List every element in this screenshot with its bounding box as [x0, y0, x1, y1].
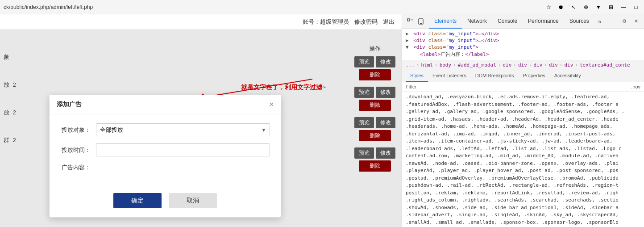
tab-performance[interactable]: Performance — [523, 14, 564, 29]
cursor-icon[interactable]: ↖ — [569, 3, 578, 12]
preview-button-4[interactable]: 预览 — [354, 147, 374, 159]
modal-footer: 确定 取消 — [50, 188, 281, 217]
logout-link[interactable]: 退出 — [383, 18, 395, 26]
modal-header: 添加广告 × — [50, 95, 281, 114]
css-rule-line: .playerAd, .player_ad, .player_hover_ad,… — [406, 167, 640, 175]
css-rule-line: .item-ads, .item-container-ad, .js-stick… — [406, 138, 640, 145]
devtools-subtabs: Styles Event Listeners DOM Breakpoints P… — [402, 70, 644, 82]
delete-button-2[interactable]: 删除 — [359, 100, 391, 111]
modal-body: 投放对象 全部投放 PC端 移动端 ▼ 投放时间 — [50, 114, 281, 188]
css-rule-line: .newsAd, .node-ad, .oasad, .oio-banner-z… — [406, 160, 640, 168]
devtools-css-panel: .download_ad, .easyazon-block, .ec-ads-r… — [402, 92, 644, 227]
devtools-right-icons: ⚙ ✕ — [620, 17, 640, 26]
operations-column: 操作 预览 修改 删除 预览 修改 删除 预览 修改 — [348, 41, 402, 180]
devtools-html-panel: ▶ <div class="my_input">…</div> ▶ <div c… — [402, 29, 644, 60]
puzzle-icon[interactable]: ⊞ — [607, 3, 615, 12]
subtab-accessibility[interactable]: Accessibility — [550, 70, 586, 82]
tab-sources[interactable]: Sources — [564, 14, 594, 29]
edit-button-4[interactable]: 修改 — [376, 147, 395, 159]
subtab-event-listeners[interactable]: Event Listeners — [428, 70, 471, 82]
subtab-properties[interactable]: Properties — [519, 70, 550, 82]
css-rule-line: .leaderboard-ads, .leftAd, .leftad, .lis… — [406, 145, 640, 153]
cancel-button[interactable]: 取消 — [169, 193, 217, 208]
subtab-styles[interactable]: Styles — [406, 70, 428, 82]
edit-button-1[interactable]: 修改 — [376, 56, 395, 67]
record-icon[interactable]: ⏺ — [557, 3, 565, 12]
more-tabs-button[interactable]: » — [594, 14, 605, 29]
device-icon[interactable] — [416, 17, 425, 26]
bc-add-ad-modal[interactable]: #add_ad_modal — [458, 62, 496, 68]
css-rule-line: .smallAd, .small_ad, .smallads, .sponsor… — [406, 219, 640, 227]
form-label-content: 广告内容 — [60, 164, 96, 172]
browser-url: ck/public/index.php/admin/left/left.php — [4, 4, 93, 10]
main-area: 账号：超级管理员 修改密码 退出 就是文字在了，利用文字过滤~ 象 放 2 放 … — [0, 14, 644, 227]
css-rule-line: content-ad-row, .marketing-ad, .mid_ad, … — [406, 152, 640, 160]
bc-html[interactable]: html — [421, 62, 433, 68]
css-rule-line: .right_ads_column, .rightadv, .searchAds… — [406, 197, 640, 204]
filter-pseudo[interactable]: :hov — [631, 84, 640, 89]
modal-title: 添加广告 — [57, 101, 82, 109]
bc-textarea[interactable]: textarea#ad_conte — [580, 62, 630, 68]
op-group-4: 预览 修改 删除 — [352, 147, 398, 172]
time-input[interactable] — [96, 143, 270, 156]
bc-ellipsis[interactable]: ... — [406, 62, 415, 68]
close-devtools-icon[interactable]: ✕ — [632, 17, 640, 26]
settings-icon[interactable]: ⚙ — [620, 17, 629, 26]
webpage-topbar: 账号：超级管理员 修改密码 退出 — [0, 14, 402, 30]
devtools-filter-bar: :hov — [402, 82, 644, 92]
modal-close-button[interactable]: × — [270, 101, 274, 109]
target-select[interactable]: 全部投放 PC端 移动端 — [96, 123, 270, 136]
add-ad-modal: 添加广告 × 投放对象 全部投放 PC端 移动端 ▼ — [49, 95, 281, 218]
html-line-4: <label>广告内容：</label> — [406, 50, 640, 58]
op-row: 预览 修改 — [354, 87, 395, 98]
preview-button-2[interactable]: 预览 — [354, 87, 374, 98]
edit-button-3[interactable]: 修改 — [376, 117, 395, 128]
delete-button-4[interactable]: 删除 — [359, 160, 391, 172]
devtools-toolbar: Elements Network Console Performance Sou… — [402, 14, 644, 29]
bc-div2[interactable]: div — [518, 62, 527, 68]
change-pwd-link[interactable]: 修改密码 — [354, 18, 378, 26]
inspect-icon[interactable] — [406, 17, 415, 26]
delete-button-3[interactable]: 删除 — [359, 130, 391, 141]
css-rule-line: .gallery-ad, .gallery-ad, .google-sponso… — [406, 108, 640, 116]
browser-icons: ☆ ⏺ ↖ ⊗ ▼ ⊞ — □ — [544, 3, 640, 12]
chevron-down-icon[interactable]: ▼ — [594, 3, 603, 12]
devtools-panel: Elements Network Console Performance Sou… — [402, 14, 644, 227]
subtab-dom-breakpoints[interactable]: DOM Breakpoints — [471, 70, 519, 82]
bc-div5[interactable]: div — [564, 62, 573, 68]
html-line-2: ▶ <div class="my_input">…</div> — [406, 37, 640, 44]
maximize-icon[interactable]: □ — [632, 3, 640, 12]
css-rule-line: .headerads, .home-ad, .home-ads, .homeAd… — [406, 123, 640, 130]
tab-console[interactable]: Console — [492, 14, 523, 29]
bc-div4[interactable]: div — [549, 62, 558, 68]
minimize-icon[interactable]: — — [619, 3, 628, 12]
html-line-1: ▶ <div class="my_input">…</div> — [406, 30, 640, 37]
css-rule-line: .showAd, .showads, .side-ad, .side-bar-a… — [406, 204, 640, 212]
svg-rect-2 — [407, 19, 410, 21]
css-rule-line: .postad, .premiumAdOverlay, .premiumAdOv… — [406, 175, 640, 182]
form-control-time — [96, 143, 270, 156]
preview-button-3[interactable]: 预览 — [354, 117, 374, 128]
form-row-content: 广告内容 — [60, 164, 270, 172]
bc-div3[interactable]: div — [533, 62, 542, 68]
tab-network[interactable]: Network — [462, 14, 492, 29]
form-label-time: 投放时间 — [60, 146, 96, 154]
annotation-text: 就是文字在了，利用文字过滤~ — [241, 84, 326, 92]
edit-button-2[interactable]: 修改 — [376, 87, 395, 98]
css-rule-line: .sidebar_advert, .single-ad, .singleAd, … — [406, 211, 640, 219]
form-row-target: 投放对象 全部投放 PC端 移动端 ▼ — [60, 123, 270, 136]
form-label-target: 投放对象 — [60, 126, 96, 134]
star-icon[interactable]: ☆ — [544, 3, 553, 12]
browser-bar: ck/public/index.php/admin/left/left.php … — [0, 0, 644, 14]
delete-button-1[interactable]: 删除 — [359, 69, 391, 80]
op-row: 预览 修改 — [354, 117, 395, 128]
filter-input[interactable] — [406, 84, 631, 89]
op-row: 预览 修改 — [354, 147, 395, 159]
tab-elements[interactable]: Elements — [429, 14, 462, 29]
table-row: 象 — [4, 45, 59, 70]
bc-div1[interactable]: div — [503, 62, 511, 68]
close-circle-icon[interactable]: ⊗ — [582, 3, 590, 12]
confirm-button[interactable]: 确定 — [113, 193, 162, 208]
preview-button-1[interactable]: 预览 — [354, 56, 374, 67]
bc-body[interactable]: body — [440, 62, 452, 68]
